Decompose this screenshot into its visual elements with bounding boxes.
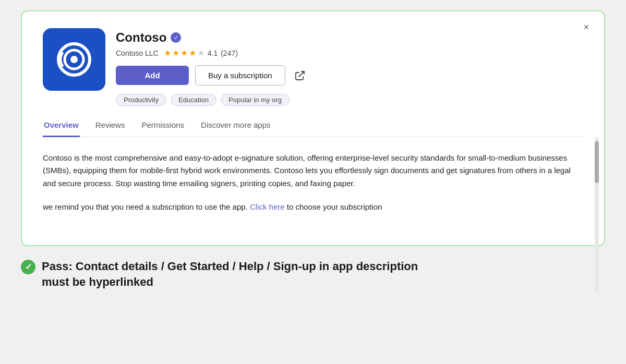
star-2: ★ [172,48,179,58]
tag-education[interactable]: Education [171,94,216,106]
app-header: Contoso ✓ Contoso LLC ★ ★ ★ ★ ★ 4.1 (247… [43,28,583,106]
app-info: Contoso ✓ Contoso LLC ★ ★ ★ ★ ★ 4.1 (247… [116,28,308,106]
app-publisher-row: Contoso LLC ★ ★ ★ ★ ★ 4.1 (247) [116,48,308,58]
rating-value: 4.1 [208,49,218,57]
description-paragraph-1: Contoso is the most comprehensive and ea… [43,152,583,190]
app-title: Contoso [116,30,166,45]
tab-reviews[interactable]: Reviews [94,116,126,137]
publisher-name: Contoso LLC [116,49,159,57]
tab-discover[interactable]: Discover more apps [200,116,271,137]
app-logo [43,28,105,91]
star-5: ★ [197,48,204,58]
description-paragraph-2: we remind you that you need a subscripti… [43,201,583,214]
pass-banner: ✓ Pass: Contact details / Get Started / … [21,257,605,293]
click-here-link[interactable]: Click here [250,202,285,211]
pass-text: Pass: Contact details / Get Started / He… [42,259,418,291]
tabs-row: Overview Reviews Permissions Discover mo… [43,116,583,137]
subscription-suffix: to choose your subscription [285,202,382,211]
scrollbar-track [595,137,599,294]
subscription-reminder-text: we remind you that you need a subscripti… [43,202,250,211]
verified-checkmark: ✓ [174,34,178,41]
external-link-icon[interactable] [292,67,308,84]
contoso-logo-svg [53,39,95,80]
link-svg [294,70,306,81]
tab-permissions[interactable]: Permissions [140,116,185,137]
close-button[interactable]: × [579,20,594,34]
star-rating: ★ ★ ★ ★ ★ 4.1 (247) [164,48,238,58]
svg-point-2 [70,56,78,63]
tab-overview[interactable]: Overview [43,116,80,137]
verified-icon: ✓ [171,32,181,43]
tag-popular[interactable]: Popular in my org [221,94,290,106]
star-4: ★ [189,48,196,58]
action-row: Add Buy a subscription [116,65,308,86]
tag-productivity[interactable]: Productivity [116,94,166,106]
app-detail-card: × Contoso ✓ Contoso LLC [21,10,605,246]
scrollbar-thumb[interactable] [595,141,599,183]
pass-check-icon: ✓ [21,260,35,274]
content-area: Contoso is the most comprehensive and ea… [43,137,583,228]
star-3: ★ [180,48,188,58]
check-symbol: ✓ [25,262,32,272]
rating-count: (247) [221,49,238,57]
buy-subscription-button[interactable]: Buy a subscription [195,65,285,86]
app-title-row: Contoso ✓ [116,30,308,45]
star-1: ★ [164,48,171,58]
add-button[interactable]: Add [116,66,189,85]
tags-row: Productivity Education Popular in my org [116,94,308,106]
